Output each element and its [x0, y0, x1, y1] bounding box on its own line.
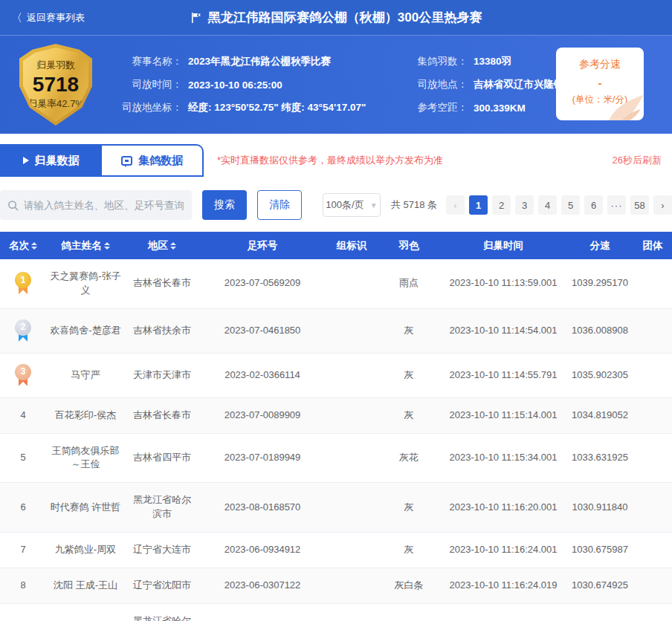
page-title: 黑龙江伟路国际赛鸽公棚（秋棚）300公里热身赛	[0, 9, 672, 26]
clear-button[interactable]: 清除	[257, 190, 302, 220]
cell-rank: 4	[0, 398, 46, 433]
column-header: 羽色	[378, 239, 440, 253]
cell-group	[326, 617, 378, 621]
play-icon	[23, 157, 29, 164]
page-ellipsis[interactable]: ···	[607, 195, 626, 215]
cell-time: 2023-10-10 11:16:24.019	[440, 568, 566, 603]
cell-owner: 九紫鸽业-周双	[46, 533, 125, 568]
table-row[interactable]: 2欢喜鸽舍-楚彦君吉林省扶余市2023-07-0461850灰2023-10-1…	[0, 309, 672, 354]
release-time-label: 司放时间：	[112, 78, 182, 91]
page-button-1[interactable]: 1	[469, 195, 488, 215]
column-header[interactable]: 名次	[0, 239, 46, 253]
page-button-2[interactable]: 2	[492, 195, 511, 215]
cell-owner: 百花彩印-侯杰	[46, 398, 125, 433]
cell-owner: 金冠鸽业-孙大志	[46, 611, 125, 621]
next-page-button[interactable]: ›	[653, 195, 672, 215]
cell-region: 天津市天津市	[125, 358, 199, 393]
table-row[interactable]: 5王简鸽友俱乐部～王俭吉林省四平市2023-07-0189949灰花2023-1…	[0, 434, 672, 484]
cell-group	[326, 320, 378, 341]
search-row: 搜索 清除 100条/页 ▼ 共 5718 条 ‹ 123456···58›	[0, 190, 672, 220]
release-time-value: 2023-10-10 06:25:00	[182, 79, 399, 91]
cell-group	[326, 365, 378, 386]
cell-speed: 1030.675987	[566, 533, 633, 568]
cell-team	[633, 447, 672, 468]
table-row[interactable]: 9金冠鸽业-孙大志黑龙江省哈尔滨市2023-08-0100342雨点2023-1…	[0, 604, 672, 621]
cell-team	[633, 320, 672, 341]
cell-ring: 2023-08-0100342	[199, 611, 326, 621]
sort-icon[interactable]	[31, 242, 37, 250]
top-bar: 〈 返回赛事列表 黑龙江伟路国际赛鸽公棚（秋棚）300公里热身赛	[0, 0, 672, 36]
column-header: 组标识	[326, 239, 378, 253]
page-button-6[interactable]: 6	[584, 195, 603, 215]
page-button-3[interactable]: 3	[515, 195, 534, 215]
cell-group	[326, 575, 378, 596]
tab-homing-data[interactable]: 归巢数据	[0, 144, 102, 177]
cell-group	[326, 405, 378, 426]
medal-rank-3-icon: 3	[15, 364, 31, 387]
cell-group	[326, 273, 378, 294]
cell-owner: 时代赛鸽 许世哲	[46, 490, 125, 525]
coords-value: 经度: 123°50'52.75" 纬度: 43°54'17.07"	[182, 101, 399, 114]
cell-speed: 1034.819052	[566, 398, 633, 433]
cell-ring: 2023-07-0461850	[199, 313, 326, 348]
cell-time: 2023-10-10 11:16:24.001	[440, 533, 566, 568]
pagination: ‹ 123456···58›	[446, 195, 672, 215]
cell-owner: 欢喜鸽舍-楚彦君	[46, 313, 125, 348]
shield-top-label: 归巢羽数	[36, 59, 75, 72]
homing-count: 5718	[33, 74, 79, 95]
page-button-5[interactable]: 5	[561, 195, 580, 215]
cell-owner: 王简鸽友俱乐部～王俭	[46, 434, 125, 483]
table-row[interactable]: 4百花彩印-侯杰吉林省长春市2023-07-0089909灰2023-10-10…	[0, 398, 672, 434]
event-info-banner: 归巢羽数 5718 归巢率42.7% 赛事名称： 2023年黑龙江伟路公棚秋季比…	[0, 36, 672, 134]
column-header[interactable]: 鸽主姓名	[46, 239, 125, 253]
table-row[interactable]: 1天之翼赛鸽-张子义吉林省长春市2023-07-0569209雨点2023-10…	[0, 259, 672, 309]
table-row[interactable]: 7九紫鸽业-周双辽宁省大连市2023-06-0934912灰2023-10-10…	[0, 533, 672, 568]
event-name-value: 2023年黑龙江伟路公棚秋季比赛	[182, 55, 399, 68]
cell-group	[326, 497, 378, 518]
chat-bubble-icon	[121, 156, 132, 166]
page-button-4[interactable]: 4	[538, 195, 557, 215]
cell-owner: 沈阳 王成-王山	[46, 568, 125, 603]
speed-card-value: -	[556, 77, 644, 89]
sort-icon[interactable]	[170, 242, 176, 250]
table-row[interactable]: 8沈阳 王成-王山辽宁省沈阳市2023-06-0307122灰白条2023-10…	[0, 568, 672, 604]
search-button[interactable]: 搜索	[202, 190, 247, 220]
cell-time: 2023-10-10 11:13:59.001	[440, 266, 566, 301]
column-header[interactable]: 地区	[125, 239, 199, 253]
pigeon-watermark-icon	[604, 92, 644, 120]
cell-feather: 雨点	[378, 611, 440, 621]
cell-ring: 2023-06-0307122	[199, 568, 326, 603]
cell-owner: 马守严	[46, 358, 125, 393]
cell-ring: 2023-02-0366114	[199, 358, 326, 393]
cell-time: 2023-10-10 11:15:34.001	[440, 440, 566, 475]
release-place-label: 司放地点：	[399, 78, 468, 91]
cell-ring: 2023-07-0089909	[199, 398, 326, 433]
page-button-58[interactable]: 58	[630, 195, 649, 215]
table-row[interactable]: 3马守严天津市天津市2023-02-0366114灰2023-10-10 11:…	[0, 354, 672, 398]
tab-collect-data[interactable]: 集鸽数据	[102, 144, 204, 177]
page-size-select[interactable]: 100条/页 ▼	[323, 193, 381, 217]
cell-feather: 灰白条	[378, 568, 440, 603]
cell-speed: 1030.381324	[566, 611, 633, 621]
table-row[interactable]: 6时代赛鸽 许世哲黑龙江省哈尔滨市2023-08-0168570灰2023-10…	[0, 483, 672, 533]
cell-region: 黑龙江省哈尔滨市	[125, 483, 199, 532]
cell-speed: 1033.631925	[566, 440, 633, 475]
tabs-row: 归巢数据 集鸽数据 *实时直播数据仅供参考，最终成绩以举办方发布为准 26秒后刷…	[0, 144, 672, 177]
cell-region: 辽宁省沈阳市	[125, 568, 199, 603]
cell-ring: 2023-07-0569209	[199, 266, 326, 301]
cell-team	[633, 365, 672, 386]
prev-page-button[interactable]: ‹	[446, 195, 465, 215]
cell-time: 2023-10-10 11:14:55.791	[440, 358, 566, 393]
cell-feather: 灰	[378, 398, 440, 433]
cell-feather: 灰花	[378, 440, 440, 475]
cell-group	[326, 539, 378, 560]
sort-icon[interactable]	[104, 242, 110, 250]
search-input[interactable]	[24, 200, 184, 211]
cell-owner: 天之翼赛鸽-张子义	[46, 259, 125, 308]
cell-ring: 2023-08-0168570	[199, 490, 326, 525]
cell-team	[633, 539, 672, 560]
results-table: 名次鸽主姓名地区足环号组标识羽色归巢时间分速团体 1天之翼赛鸽-张子义吉林省长春…	[0, 232, 672, 621]
cell-rank: 7	[0, 533, 46, 568]
cell-rank: 9	[0, 611, 46, 621]
cell-time: 2023-10-10 11:14:54.001	[440, 313, 566, 348]
